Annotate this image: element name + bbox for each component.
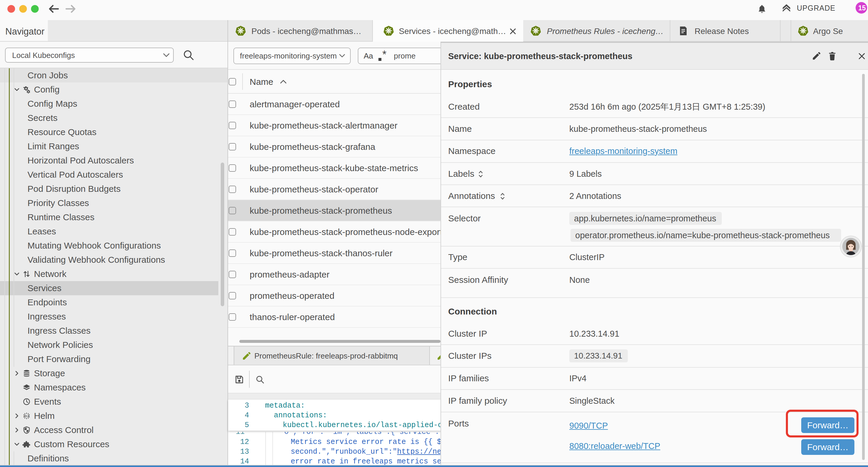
svg-text:HELM: HELM	[24, 415, 30, 417]
